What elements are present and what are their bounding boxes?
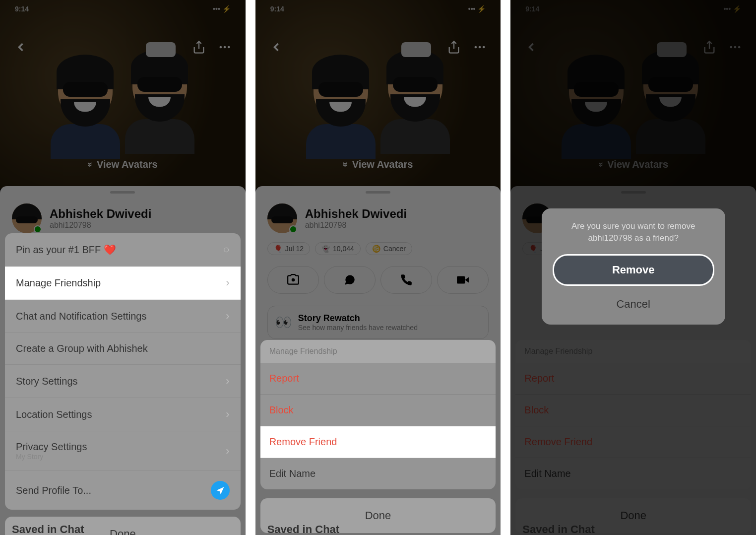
saved-in-chat-label: Saved in Chat <box>522 523 594 535</box>
report-item[interactable]: Report <box>515 363 751 395</box>
saved-in-chat-label: Saved in Chat <box>267 523 339 535</box>
create-group-item[interactable]: Create a Group with Abhishek <box>5 333 241 365</box>
chevron-right-icon: › <box>226 445 229 458</box>
manage-friendship-label: Manage Friendship <box>16 277 101 289</box>
alert-message: Are you sure you want to remove abhi1207… <box>549 220 718 244</box>
saved-in-chat-label: Saved in Chat <box>12 523 84 535</box>
send-profile-label: Send Profile To... <box>16 485 91 496</box>
chevron-right-icon: › <box>226 375 229 388</box>
pin-bff-label: Pin as your #1 BFF ❤️ <box>16 244 116 256</box>
privacy-settings-sub: My Story <box>16 453 87 461</box>
send-icon <box>211 481 230 500</box>
create-group-label: Create a Group with Abhishek <box>16 343 148 354</box>
screen-3-remove-confirm: 9:14 ••• ⚡ View Avatars Abhishek Dwivedi… <box>510 0 756 535</box>
story-settings-item[interactable]: Story Settings › <box>5 365 241 398</box>
toggle-off-icon: ○ <box>223 243 229 256</box>
report-item[interactable]: Report <box>260 363 496 395</box>
chat-settings-label: Chat and Notification Settings <box>16 311 147 322</box>
story-settings-label: Story Settings <box>16 376 78 387</box>
manage-friendship-header: Manage Friendship <box>260 340 496 363</box>
chevron-right-icon: › <box>226 408 229 421</box>
remove-friend-item[interactable]: Remove Friend <box>515 426 751 458</box>
manage-friendship-header: Manage Friendship <box>515 340 751 363</box>
remove-button[interactable]: Remove <box>553 254 714 286</box>
edit-name-item[interactable]: Edit Name <box>515 458 751 489</box>
screen-1-settings-sheet: 9:14 ••• ⚡ View Avatars Abhishek Dwivedi… <box>0 0 246 535</box>
block-item[interactable]: Block <box>260 395 496 426</box>
privacy-settings-item[interactable]: Privacy Settings My Story › <box>5 431 241 471</box>
block-item[interactable]: Block <box>515 395 751 426</box>
cancel-button[interactable]: Cancel <box>549 293 718 316</box>
manage-friendship-item[interactable]: Manage Friendship › <box>5 267 241 300</box>
pin-bff-item[interactable]: Pin as your #1 BFF ❤️ ○ <box>5 233 241 267</box>
privacy-settings-label: Privacy Settings <box>16 441 87 452</box>
chat-settings-item[interactable]: Chat and Notification Settings › <box>5 300 241 333</box>
edit-name-item[interactable]: Edit Name <box>260 458 496 489</box>
send-profile-item[interactable]: Send Profile To... <box>5 471 241 510</box>
chevron-right-icon: › <box>226 310 229 323</box>
remove-friend-item[interactable]: Remove Friend <box>260 426 496 458</box>
location-settings-item[interactable]: Location Settings › <box>5 398 241 431</box>
screen-2-manage-friendship: 9:14 ••• ⚡ View Avatars Abhishek Dwivedi… <box>255 0 501 535</box>
chevron-right-icon: › <box>226 276 229 289</box>
remove-confirm-dialog: Are you sure you want to remove abhi1207… <box>542 208 725 325</box>
location-settings-label: Location Settings <box>16 409 92 420</box>
